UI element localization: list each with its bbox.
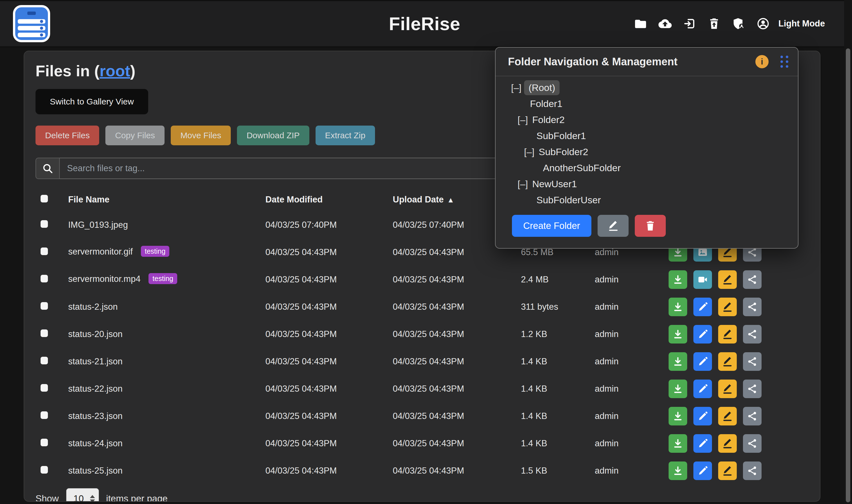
copy-files-button[interactable]: Copy Files — [105, 126, 164, 145]
row-checkbox[interactable] — [40, 220, 48, 228]
download-button[interactable] — [668, 270, 687, 289]
switch-gallery-view-button[interactable]: Switch to Gallery View — [35, 89, 148, 114]
share-button[interactable] — [743, 434, 762, 453]
page-scrollbar[interactable] — [844, 0, 852, 504]
extract-zip-button[interactable]: Extract Zip — [316, 126, 375, 145]
account-icon[interactable] — [757, 17, 770, 31]
folder-tree-item[interactable]: Folder1 — [495, 96, 798, 112]
folder-tree-item[interactable]: SubFolder1 — [495, 128, 798, 144]
folder-label[interactable]: SubFolder1 — [536, 130, 586, 141]
row-checkbox[interactable] — [40, 439, 48, 446]
rename-button[interactable] — [718, 298, 737, 316]
move-files-button[interactable]: Move Files — [171, 126, 231, 145]
create-folder-button[interactable]: Create Folder — [512, 215, 591, 237]
row-checkbox[interactable] — [40, 466, 48, 473]
info-icon[interactable]: i — [755, 55, 769, 68]
share-button[interactable] — [743, 352, 762, 371]
drag-handle-icon[interactable] — [780, 56, 788, 68]
rename-button[interactable] — [718, 352, 737, 371]
sign-in-icon[interactable] — [683, 17, 696, 31]
file-name[interactable]: status-20.json — [68, 329, 123, 339]
folder-label[interactable]: (Root) — [524, 80, 559, 95]
column-header-file-name[interactable]: File Name — [68, 195, 265, 205]
app-logo[interactable] — [13, 5, 50, 42]
preview-button[interactable] — [693, 462, 712, 480]
search-input[interactable] — [60, 158, 519, 179]
column-header-date-modified[interactable]: Date Modified — [265, 195, 393, 205]
folder-label[interactable]: AnotherSubFolder — [543, 162, 621, 174]
delete-folder-button[interactable] — [635, 215, 666, 237]
folder-label[interactable]: SubFolderUser — [536, 195, 601, 205]
row-checkbox[interactable] — [40, 329, 48, 337]
file-name[interactable]: status-2.json — [68, 302, 118, 312]
download-button[interactable] — [668, 462, 687, 480]
download-button[interactable] — [668, 352, 687, 371]
share-button[interactable] — [743, 380, 762, 398]
rename-button[interactable] — [718, 325, 737, 343]
folder-tree-item[interactable]: [–] (Root) — [495, 80, 798, 96]
items-per-page-select[interactable]: 10 — [66, 488, 99, 502]
share-button[interactable] — [743, 462, 762, 480]
rename-button[interactable] — [718, 407, 737, 426]
row-checkbox[interactable] — [40, 357, 48, 364]
preview-button[interactable] — [693, 270, 712, 289]
folder-tree-item[interactable]: SubFolderUser — [495, 192, 798, 208]
download-button[interactable] — [668, 298, 687, 316]
table-row: status-24.json 04/03/25 04:43PM 04/03/25… — [35, 430, 808, 457]
download-button[interactable] — [668, 325, 687, 343]
download-button[interactable] — [668, 407, 687, 426]
folder-label[interactable]: NewUser1 — [532, 179, 577, 190]
share-button[interactable] — [743, 270, 762, 289]
file-name[interactable]: servermonitor.gif — [68, 247, 133, 256]
select-all-checkbox[interactable] — [40, 195, 48, 202]
share-button[interactable] — [743, 298, 762, 316]
row-checkbox[interactable] — [40, 275, 48, 283]
tree-toggle[interactable]: [–] — [511, 83, 526, 93]
tree-toggle[interactable]: [–] — [518, 114, 532, 125]
cloud-upload-icon[interactable] — [658, 17, 672, 31]
theme-toggle-button[interactable]: Light Mode — [779, 19, 825, 29]
share-button[interactable] — [743, 407, 762, 426]
rename-button[interactable] — [718, 380, 737, 398]
preview-button[interactable] — [693, 325, 712, 343]
trash-restore-icon[interactable] — [708, 17, 721, 31]
download-button[interactable] — [668, 434, 687, 453]
admin-shield-icon[interactable] — [732, 17, 745, 31]
file-name[interactable]: IMG_0193.jpeg — [68, 220, 128, 230]
rename-folder-button[interactable] — [597, 215, 629, 237]
row-checkbox[interactable] — [40, 302, 48, 310]
folder-icon[interactable] — [634, 17, 647, 31]
root-folder-link[interactable]: root — [100, 62, 130, 80]
file-name[interactable]: servermonitor.mp4 — [68, 274, 141, 284]
rename-button[interactable] — [718, 270, 737, 289]
tree-toggle[interactable]: [–] — [518, 179, 532, 190]
folder-label[interactable]: SubFolder2 — [539, 146, 588, 157]
file-name[interactable]: status-23.json — [68, 411, 123, 421]
folder-label[interactable]: Folder2 — [532, 114, 564, 125]
preview-button[interactable] — [693, 434, 712, 453]
scrollbar-thumb[interactable] — [846, 49, 850, 502]
preview-button[interactable] — [693, 352, 712, 371]
file-name[interactable]: status-24.json — [68, 438, 123, 448]
folder-tree-item[interactable]: [–] Folder2 — [495, 112, 798, 128]
share-button[interactable] — [743, 325, 762, 343]
folder-tree-item[interactable]: [–] NewUser1 — [495, 176, 798, 192]
folder-label[interactable]: Folder1 — [530, 98, 562, 109]
preview-button[interactable] — [693, 298, 712, 316]
folder-tree-item[interactable]: [–] SubFolder2 — [495, 144, 798, 160]
tree-toggle[interactable]: [–] — [524, 147, 539, 157]
preview-button[interactable] — [693, 407, 712, 426]
row-checkbox[interactable] — [40, 248, 48, 255]
rename-button[interactable] — [718, 434, 737, 453]
row-checkbox[interactable] — [40, 384, 48, 392]
download-zip-button[interactable]: Download ZIP — [237, 126, 309, 145]
delete-files-button[interactable]: Delete Files — [35, 126, 99, 145]
preview-button[interactable] — [693, 380, 712, 398]
row-checkbox[interactable] — [40, 411, 48, 419]
rename-button[interactable] — [718, 462, 737, 480]
file-name[interactable]: status-22.json — [68, 384, 123, 394]
folder-tree-item[interactable]: AnotherSubFolder — [495, 160, 798, 176]
file-name[interactable]: status-25.json — [68, 466, 123, 475]
download-button[interactable] — [668, 380, 687, 398]
file-name[interactable]: status-21.json — [68, 357, 123, 366]
